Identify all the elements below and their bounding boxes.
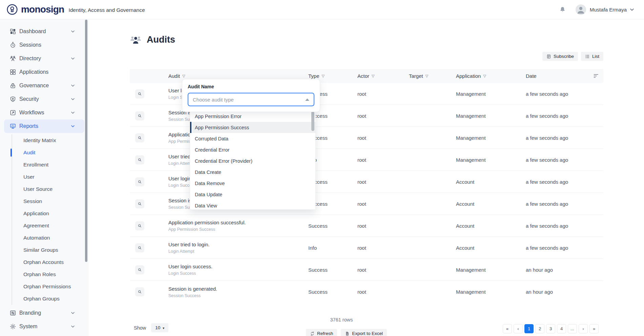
filter-funnel-icon[interactable]: ▽ [182,74,185,78]
sidebar-subitem[interactable]: User [0,171,88,183]
column-header: Application ▽ [456,73,526,79]
sidebar-subitem[interactable]: Orphan Roles [0,268,88,281]
row-count: 3761 rows [130,317,553,322]
pagination-button[interactable]: ‹ [514,324,523,333]
filter-funnel-icon[interactable]: ▽ [483,74,486,78]
pagination-button[interactable]: › [579,324,588,333]
sidebar-subitem[interactable]: Agreement [0,220,88,232]
pagination-button[interactable]: 2 [535,324,544,333]
pagination-label: ... [570,326,574,331]
row-detail-button[interactable] [135,133,144,142]
magnifier-icon [138,114,142,118]
option-label: Corrupted Data [195,136,228,141]
sidebar-subitem[interactable]: User Source [0,183,88,195]
sidebar-subitem[interactable]: Session [0,195,88,207]
applications-icon [9,69,16,75]
pagination-button[interactable]: « [503,324,512,333]
subscribe-button[interactable]: Subscribe [542,52,578,61]
sidebar-subitem[interactable]: Application [0,207,88,220]
actor-cell: root [357,91,409,97]
directory-icon [9,55,16,62]
pagination-button[interactable]: 3 [546,324,555,333]
audit-type-option[interactable]: Data Remove [190,178,315,189]
audit-type-option[interactable]: Credential Error [190,144,315,155]
filter-funnel-icon[interactable]: ▽ [425,74,428,78]
sidebar-item[interactable]: Sessions [4,38,84,52]
page-size-dropdown[interactable]: 10 ▾ [151,323,168,332]
filter-funnel-icon[interactable]: ▽ [322,74,325,78]
audit-type-option[interactable]: Data View [190,200,315,210]
date-cell: a few seconds ago [526,91,603,97]
type-cell: Info [308,245,357,251]
row-zoom-cell [130,221,168,230]
list-button[interactable]: List [581,52,603,61]
row-detail-button[interactable] [135,265,144,274]
row-detail-button[interactable] [135,177,144,186]
sidebar-subitem-label: Identity Matrix [23,137,56,143]
sidebar-item[interactable]: Security [4,92,84,106]
sidebar-subitem[interactable]: Orphan Groups [0,293,88,305]
sidebar-item-label: Reports [19,123,71,129]
workflows-icon [9,109,16,116]
sidebar-item-label: Dashboard [19,28,71,35]
row-detail-button[interactable] [135,111,144,120]
row-detail-button[interactable] [135,221,144,230]
export-to-excel-button[interactable]: x Export to Excel [341,329,387,336]
audit-title: User login success. [168,264,308,269]
chevron-down-icon [71,112,75,114]
pagination-button[interactable]: 4 [557,324,566,333]
sidebar-subitem[interactable]: Enrollment [0,159,88,171]
row-zoom-cell [130,265,168,274]
refresh-button[interactable]: Refresh [306,329,337,336]
sidebar-subitem[interactable]: Similar Groups [0,244,88,256]
date-cell: an hour ago [526,289,603,295]
audit-type-option[interactable]: App Permission Error [190,111,315,122]
sidebar-subitem[interactable]: Orphan Permissions [0,281,88,293]
actor-cell: root [357,179,409,185]
row-detail-button[interactable] [135,243,144,252]
sidebar-item[interactable]: Workflows [4,106,84,119]
row-detail-button[interactable] [135,287,144,296]
sidebar-item[interactable]: System [4,320,84,333]
actor-cell: root [357,223,409,229]
sidebar-subitem[interactable]: Automation [0,232,88,244]
option-label: Credential Error [195,147,229,153]
sidebar-item[interactable]: Governance [4,79,84,92]
sidebar-item[interactable]: Directory [4,52,84,65]
listbox-scrollbar-thumb[interactable] [311,111,314,131]
pagination-label: « [506,326,508,331]
sidebar-item[interactable]: Applications [4,65,84,79]
sidebar-item[interactable]: Branding [4,306,84,320]
user-menu-chevron-down-icon[interactable] [630,8,634,11]
pagination-button[interactable]: ... [568,324,577,333]
date-cell: an hour ago [526,267,603,273]
pagination-button[interactable]: » [589,324,599,333]
notifications-bell-icon[interactable] [559,6,566,13]
audit-title: User tried to login. [168,242,308,247]
sidebar-item[interactable]: Reports [4,119,84,133]
row-detail-button[interactable] [135,89,144,98]
sidebar-item-label: Branding [19,310,71,316]
sidebar-subitem[interactable]: Identity Matrix [0,134,88,147]
column-label: Application [456,73,481,79]
sidebar-subitem[interactable]: Orphan Accounts [0,256,88,268]
sidebar-item[interactable]: Dashboard [4,25,84,38]
audit-type-select[interactable]: Choose audit type [188,93,314,106]
audit-type-option[interactable]: App Permission Success [190,122,315,133]
sidebar-scrollbar-thumb[interactable] [85,20,87,262]
audit-type-option[interactable]: Credential Error (Provider) [190,155,315,166]
pagination-button[interactable]: 1 [524,324,534,333]
sidebar-subitem-label: Session [23,198,42,204]
application-cell: Account [456,223,526,229]
export-label: Export to Excel [352,331,383,336]
filter-funnel-icon[interactable]: ▽ [372,74,374,78]
audit-type-option[interactable]: Data Update [190,189,315,200]
audit-type-option[interactable]: Data Create [190,166,315,178]
audit-type-option[interactable]: Corrupted Data [190,133,315,144]
table-sort-icon[interactable] [594,74,599,78]
row-detail-button[interactable] [135,199,144,208]
row-detail-button[interactable] [135,155,144,164]
user-avatar[interactable] [576,4,586,15]
sidebar-subitem[interactable]: Audit [0,147,88,159]
user-name[interactable]: Mustafa Ermaya [590,7,627,13]
